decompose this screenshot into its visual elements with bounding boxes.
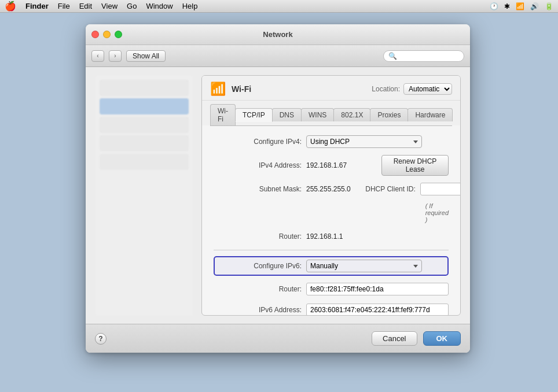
ipv4-address-value: 192.168.1.67 [306,161,347,169]
volume-icon: 🔊 [530,2,539,10]
tab-8021x[interactable]: 802.1X [333,108,370,121]
tab-tcpip[interactable]: TCP/IP [235,108,273,122]
dhcp-hint-row: ( If required ) [214,202,449,223]
ipv6-address-label: IPv6 Address: [214,306,306,314]
dhcp-client-id-input[interactable] [420,183,460,195]
dhcp-client-id-label: DHCP Client ID: [351,185,420,193]
subnet-row: Subnet Mask: 255.255.255.0 DHCP Client I… [214,182,449,197]
router-ipv6-label: Router: [214,285,306,293]
location-select[interactable]: Automatic [403,83,452,95]
menu-window[interactable]: Window [146,2,172,10]
tab-dns[interactable]: DNS [272,108,302,121]
router-ipv6-row: Router: [214,282,449,297]
bottom-bar: ? Cancel OK [86,324,470,353]
configure-ipv4-row: Configure IPv4: Using DHCP [214,134,449,149]
configure-ipv6-select[interactable]: Manually [306,260,422,272]
router-ipv4-label: Router: [214,232,306,241]
location-label: Location: [372,85,400,93]
sidebar-item-5 [100,154,189,170]
menu-view[interactable]: View [101,2,118,10]
search-box[interactable]: 🔍 [383,50,464,62]
search-icon: 🔍 [388,52,397,60]
ok-button[interactable]: OK [423,331,461,346]
maximize-button[interactable] [115,31,122,38]
subnet-mask-label: Subnet Mask: [214,185,306,193]
toolbar: ‹ › Show All 🔍 [86,45,470,67]
sidebar-item-3 [100,117,189,133]
bluetooth-icon: ✱ [504,2,510,10]
ipv4-address-label: IPv4 Address: [214,161,306,169]
bottom-actions: Cancel OK [372,331,461,346]
wifi-status-icon: 📶 [516,2,524,10]
forward-button[interactable]: › [109,50,122,62]
sidebar-item-4 [100,135,189,151]
ipv4-address-row: IPv4 Address: 192.168.1.67 Renew DHCP Le… [214,155,449,176]
apple-menu-icon[interactable]: 🍎 [5,2,16,11]
menu-go[interactable]: Go [127,2,137,10]
window-title: Network [263,30,292,39]
main-panel: 📶 Wi-Fi Location: Automatic Wi-Fi TCP/IP… [201,75,461,316]
menu-help[interactable]: Help [182,2,198,10]
tab-wifi[interactable]: Wi-Fi [210,104,236,125]
ipv6-address-input[interactable] [306,304,449,315]
form-area: Configure IPv4: Using DHCP IPv4 Address:… [202,126,460,315]
router-ipv6-input[interactable] [306,283,449,295]
configure-ipv4-select[interactable]: Using DHCP [306,135,422,148]
sidebar-item-1 [100,80,189,96]
network-window: Network ‹ › Show All 🔍 📶 Wi-Fi Location: [86,24,470,353]
menubar: 🍎 Finder File Edit View Go Window Help 🕐… [0,0,558,13]
clock-icon: 🕐 [490,2,498,10]
sidebar [95,75,193,316]
dhcp-hint-text: ( If required ) [425,202,449,223]
menu-edit[interactable]: Edit [79,2,92,10]
wifi-name: Wi-Fi [232,84,251,94]
wifi-icon: 📶 [210,82,226,97]
router-ipv4-row: Router: 192.168.1.1 [214,229,449,244]
sidebar-item-wifi[interactable] [100,98,189,114]
help-button[interactable]: ? [95,333,107,345]
cancel-button[interactable]: Cancel [372,331,417,346]
ipv6-address-row: IPv6 Address: [214,302,449,315]
titlebar: Network [86,24,470,45]
content-area: 📶 Wi-Fi Location: Automatic Wi-Fi TCP/IP… [86,67,470,324]
configure-ipv6-label: Configure IPv6: [218,262,306,270]
panel-header: 📶 Wi-Fi Location: Automatic [202,76,460,101]
tab-hardware[interactable]: Hardware [408,108,453,121]
show-all-button[interactable]: Show All [126,50,166,62]
location-row: Location: Automatic [372,83,452,95]
subnet-mask-value: 255.255.255.0 [306,185,351,193]
menu-finder[interactable]: Finder [25,2,49,10]
menu-file[interactable]: File [58,2,70,10]
window-controls [91,31,122,38]
minimize-button[interactable] [103,31,111,38]
tab-wins[interactable]: WINS [301,108,334,121]
section-separator [214,250,449,250]
renew-dhcp-button[interactable]: Renew DHCP Lease [381,155,449,176]
back-button[interactable]: ‹ [91,50,104,62]
configure-ipv6-row: Configure IPv6: Manually [214,256,449,276]
tabs-bar: Wi-Fi TCP/IP DNS WINS 802.1X Proxies Har… [202,101,460,125]
router-ipv4-value: 192.168.1.1 [306,232,343,241]
battery-icon: 🔋 [545,2,553,10]
close-button[interactable] [91,31,99,38]
menubar-right: 🕐 ✱ 📶 🔊 🔋 [490,2,553,10]
configure-ipv4-label: Configure IPv4: [214,138,306,146]
tab-proxies[interactable]: Proxies [370,108,408,121]
